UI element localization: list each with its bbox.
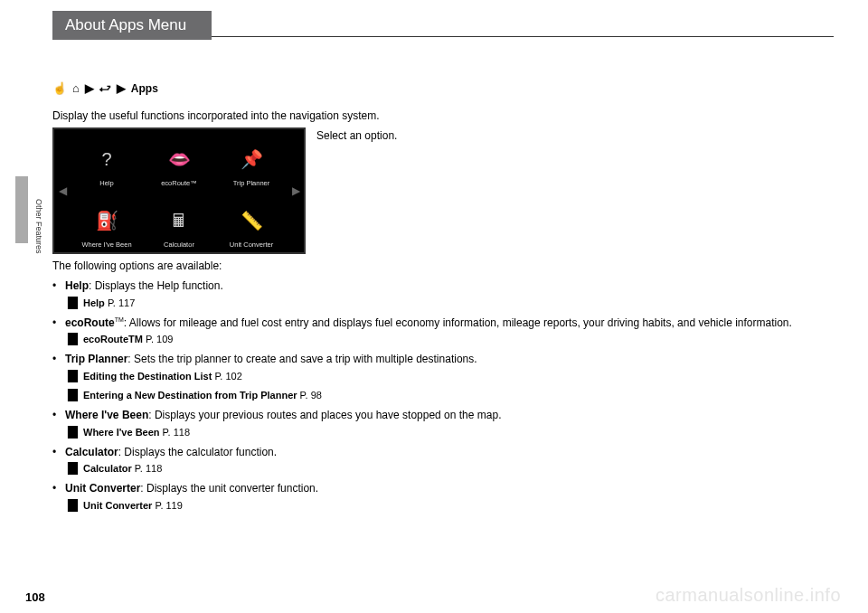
- option-title: Help: [65, 279, 89, 292]
- xref-label: Entering a New Destination from Trip Pla…: [83, 390, 297, 401]
- app-label: Unit Converter: [230, 240, 273, 249]
- option-trip-planner: Trip Planner: Sets the trip planner to c…: [52, 351, 834, 403]
- page-number: 108: [25, 590, 45, 604]
- option-ecoroute: ecoRouteTM: Allows for mileage and fuel …: [52, 315, 834, 348]
- xref-label: Editing the Destination List: [83, 371, 212, 382]
- sidebar-label: Other Features: [34, 199, 43, 254]
- breadcrumb: ☝ ⌂ ▶ ⮐ ▶ Apps: [52, 81, 834, 95]
- finger-icon: ☝: [52, 81, 67, 95]
- page-title: About Apps Menu: [52, 11, 212, 40]
- option-desc: : Displays the calculator function.: [118, 446, 277, 458]
- header-rule: [212, 36, 834, 37]
- app-help: ? Help: [71, 129, 143, 191]
- xref-arrow-icon: [69, 464, 78, 471]
- option-help: Help: Displays the Help function. Help P…: [52, 278, 834, 311]
- app-label: ecoRoute™: [161, 179, 197, 187]
- app-ecoroute: 👄 ecoRoute™: [143, 129, 215, 191]
- xref-arrow-icon: [69, 335, 78, 342]
- option-desc: : Displays the Help function.: [89, 279, 223, 292]
- app-where-ive-been: ⛽ Where I've Been: [71, 191, 143, 252]
- xref-label: Where I've Been: [83, 427, 160, 438]
- option-title: Trip Planner: [65, 353, 127, 365]
- xref: Editing the Destination List P. 102: [65, 369, 834, 384]
- intro-text: Display the useful functions incorporate…: [52, 109, 834, 122]
- tm-mark: TM: [115, 316, 124, 323]
- xref: Where I've Been P. 118: [65, 425, 834, 440]
- xref: Help P. 117: [65, 296, 834, 311]
- options-list: Help: Displays the Help function. Help P…: [52, 278, 834, 514]
- xref-label: Calculator: [83, 463, 132, 474]
- options-intro: The following options are available:: [52, 259, 834, 272]
- option-title: ecoRoute: [65, 316, 115, 329]
- xref: Entering a New Destination from Trip Pla…: [65, 388, 834, 403]
- app-trip-planner: 📌 Trip Planner: [215, 129, 288, 191]
- xref: Unit Converter P. 119: [65, 498, 834, 514]
- option-desc: : Allows for mileage and fuel cost entry…: [124, 316, 792, 329]
- xref-page: P. 118: [135, 463, 162, 474]
- watermark: carmanualsonline.info: [656, 585, 841, 606]
- chevron-right-icon: ▶: [117, 81, 126, 95]
- option-title: Where I've Been: [65, 409, 148, 421]
- header-bar: About Apps Menu: [52, 11, 834, 40]
- calculator-icon: 🖩: [163, 204, 195, 237]
- xref: ecoRouteTM P. 109: [65, 332, 834, 347]
- xref-label: Help: [83, 297, 105, 308]
- option-title: Unit Converter: [65, 482, 140, 495]
- xref-arrow-icon: [69, 391, 78, 398]
- xref-page: P. 119: [155, 500, 182, 511]
- app-unit-converter: 📏 Unit Converter: [215, 191, 288, 252]
- app-label: Calculator: [164, 240, 194, 249]
- xref-arrow-icon: [69, 298, 78, 306]
- breadcrumb-apps: Apps: [131, 82, 158, 95]
- xref-page: P. 102: [214, 371, 241, 382]
- ecoroute-icon: 👄: [163, 143, 195, 175]
- option-unit-converter: Unit Converter: Displays the unit conver…: [52, 480, 834, 514]
- option-calculator: Calculator: Displays the calculator func…: [52, 444, 834, 477]
- help-icon: ?: [90, 143, 123, 175]
- home-icon: ⌂: [72, 81, 80, 95]
- xref-page: P. 117: [108, 297, 135, 308]
- xref-page: P. 109: [146, 334, 173, 344]
- xref-label: Unit Converter: [83, 500, 152, 511]
- nav-right-icon: ▶: [288, 129, 304, 252]
- unit-converter-icon: 📏: [235, 204, 268, 237]
- back-icon: ⮐: [99, 81, 111, 95]
- xref-arrow-icon: [69, 428, 78, 435]
- where-been-icon: ⛽: [90, 204, 123, 237]
- option-desc: : Displays the unit converter function.: [140, 482, 318, 495]
- option-desc: : Sets the trip planner to create and sa…: [127, 353, 476, 365]
- app-calculator: 🖩 Calculator: [143, 191, 215, 252]
- app-label: Trip Planner: [233, 179, 270, 187]
- xref-arrow-icon: [69, 372, 78, 379]
- app-label: Help: [99, 179, 113, 187]
- option-desc: : Displays your previous routes and plac…: [148, 409, 501, 421]
- trip-planner-icon: 📌: [235, 143, 268, 175]
- option-where-ive-been: Where I've Been: Displays your previous …: [52, 407, 834, 440]
- app-label: Where I've Been: [81, 240, 131, 249]
- instruction-text: Select an option.: [316, 127, 397, 254]
- xref-label: ecoRouteTM: [83, 334, 143, 344]
- xref-page: P. 118: [163, 427, 190, 438]
- chevron-right-icon: ▶: [85, 81, 94, 95]
- xref-page: P. 98: [300, 390, 322, 401]
- option-title: Calculator: [65, 446, 118, 458]
- nav-left-icon: ◀: [54, 129, 71, 252]
- xref: Calculator P. 118: [65, 461, 834, 476]
- xref-arrow-icon: [69, 501, 78, 508]
- apps-menu-screenshot: ◀ ? Help 👄 ecoRoute™ 📌 Trip Planner ▶ ⛽ …: [52, 127, 306, 254]
- sidebar-tab: [15, 176, 28, 243]
- content-area: ☝ ⌂ ▶ ⮐ ▶ Apps Display the useful functi…: [52, 81, 834, 517]
